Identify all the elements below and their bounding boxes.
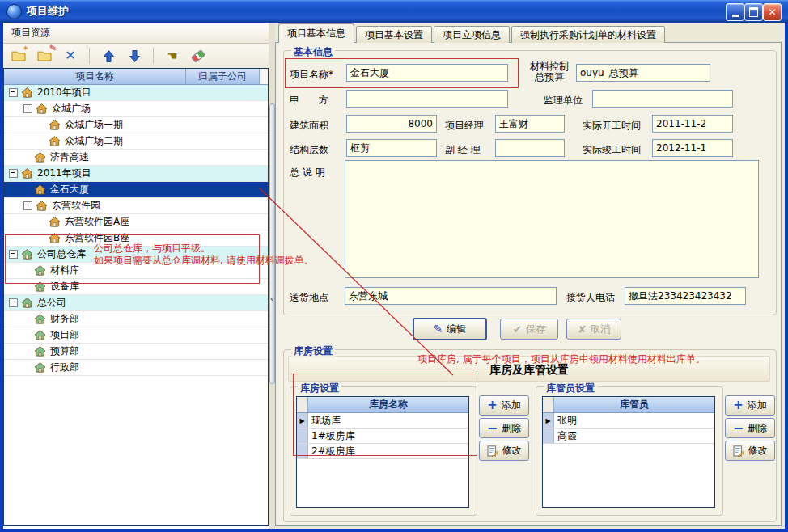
- project-name-input[interactable]: [346, 64, 508, 82]
- tree-item-dongying-park[interactable]: 东营软件园: [4, 198, 268, 214]
- column-header-project-name[interactable]: 项目名称: [4, 69, 186, 84]
- house-icon: [36, 103, 48, 114]
- maximize-button[interactable]: [744, 3, 763, 21]
- tree-item-budget-dept[interactable]: 预算部: [4, 344, 268, 360]
- manager-label: 项目经理: [445, 119, 484, 133]
- splitter-handle[interactable]: [269, 103, 275, 384]
- panel-splitter[interactable]: ‹: [269, 23, 275, 529]
- tree-item-admin-dept[interactable]: 行政部: [4, 360, 268, 376]
- row-pointer-icon: ▶: [543, 413, 554, 428]
- new-star-icon: ✶: [23, 44, 29, 53]
- house-icon: [49, 120, 61, 130]
- tree-item-zhongcheng-1[interactable]: 众城广场一期: [4, 117, 268, 133]
- edit-folder-button[interactable]: ✎: [36, 47, 53, 65]
- tree-item-dongying-a[interactable]: 东营软件园A座: [4, 214, 268, 230]
- tab-project-approval-info[interactable]: 项目立项信息: [434, 26, 510, 43]
- tree-item-jiqing[interactable]: 济青高速: [4, 150, 268, 166]
- house-icon: [34, 362, 46, 373]
- close-button[interactable]: ✕: [763, 3, 782, 21]
- table-row[interactable]: ▶ 张明: [543, 413, 714, 429]
- area-input[interactable]: [346, 115, 437, 133]
- delivery-input[interactable]: [345, 287, 557, 305]
- collapse-icon[interactable]: [9, 88, 18, 97]
- delete-button[interactable]: ✕: [61, 47, 79, 65]
- keeper-modify-button[interactable]: 修改: [725, 441, 775, 461]
- column-header-subcompany[interactable]: 归属子公司: [186, 69, 260, 84]
- tree-item-2011[interactable]: 2011年项目: [4, 166, 268, 182]
- row-selector-header: [297, 397, 308, 412]
- deputy-input[interactable]: [495, 139, 565, 157]
- basic-info-group-label: 基本信息: [291, 45, 335, 59]
- house-icon: [21, 168, 33, 179]
- delete-icon: ✕: [65, 49, 75, 62]
- edit-pen-icon: ✎: [49, 42, 57, 53]
- party-a-label: 甲 方: [290, 94, 328, 108]
- tree-item-project-dept[interactable]: 项目部: [4, 327, 268, 344]
- minimize-button[interactable]: [726, 3, 744, 21]
- new-folder-button[interactable]: ✶: [10, 47, 28, 65]
- warehouse-delete-button[interactable]: − 删除: [479, 418, 529, 438]
- table-row[interactable]: 1#板房库: [297, 429, 468, 444]
- keeper-add-button[interactable]: + 添加: [725, 395, 775, 416]
- end-date-input[interactable]: [652, 139, 733, 157]
- modify-icon: [487, 445, 498, 457]
- cancel-button[interactable]: ✘ 取消: [566, 319, 621, 340]
- tree-item-head-office[interactable]: 总公司: [4, 295, 268, 311]
- tree-item-2010[interactable]: 2010年项目: [4, 85, 268, 101]
- house-icon: [34, 152, 46, 163]
- edit-button[interactable]: ✎ 编辑: [413, 318, 487, 340]
- budget-label: 材料控制 总预算: [526, 61, 573, 82]
- warehouse-add-button[interactable]: + 添加: [479, 395, 529, 416]
- receiver-input[interactable]: [625, 287, 746, 305]
- tree-item-finance-dept[interactable]: 财务部: [4, 311, 268, 327]
- save-button[interactable]: ✔ 保存: [500, 319, 558, 340]
- house-icon: [34, 281, 46, 292]
- minimize-icon: [732, 15, 739, 17]
- table-row[interactable]: ▶ 现场库: [297, 413, 468, 429]
- party-a-input[interactable]: [346, 90, 508, 108]
- tree-item-zhongcheng-2[interactable]: 众城广场二期: [4, 133, 268, 150]
- tab-bar: 项目基本信息 项目基本设置 项目立项信息 强制执行采购计划单的材料设置: [278, 24, 667, 43]
- house-icon: [49, 217, 61, 227]
- toolbar-separator: [89, 48, 90, 64]
- tab-project-basic-settings[interactable]: 项目基本设置: [356, 26, 432, 43]
- warehouse-modify-button[interactable]: 修改: [479, 441, 529, 461]
- window-title: 项目维护: [27, 4, 69, 19]
- tree-item-zhongcheng[interactable]: 众城广场: [4, 101, 268, 117]
- receiver-label: 接货人电话: [566, 291, 615, 305]
- tree-header-row: 项目名称 归属子公司: [4, 69, 268, 85]
- budget-input[interactable]: [576, 64, 710, 82]
- splitter-collapse-icon[interactable]: ‹: [269, 294, 275, 303]
- summary-textarea[interactable]: [345, 160, 759, 278]
- eraser-button[interactable]: [189, 47, 207, 65]
- keeper-delete-button[interactable]: − 删除: [725, 418, 775, 438]
- collapse-icon[interactable]: [9, 250, 18, 259]
- collapse-icon[interactable]: [23, 201, 32, 210]
- tree-item-jinshi-selected[interactable]: 金石大厦: [4, 182, 268, 198]
- table-row[interactable]: 2#板房库: [297, 444, 468, 459]
- structure-label: 结构层数: [290, 143, 328, 157]
- collapse-icon[interactable]: [9, 169, 18, 178]
- warehouse-outer-group-label: 库房设置: [291, 344, 335, 358]
- tree-note-line2: 如果项目需要从总仓库调材料, 请使用材料调拨单。: [94, 254, 314, 268]
- title-bar: 项目维护: [0, 0, 788, 23]
- tab-project-basic-info[interactable]: 项目基本信息: [278, 23, 354, 43]
- left-panel-title: 项目资源: [11, 26, 50, 40]
- house-icon: [21, 249, 33, 260]
- move-up-button[interactable]: [100, 47, 117, 65]
- collapse-icon[interactable]: [23, 104, 32, 113]
- house-icon: [34, 184, 46, 195]
- table-row[interactable]: 高霞: [543, 429, 714, 444]
- structure-input[interactable]: [346, 139, 437, 157]
- tree-item-equipment-store[interactable]: 设备库: [4, 279, 268, 295]
- manager-input[interactable]: [495, 115, 565, 133]
- edit-pen-icon: ✎: [434, 323, 443, 335]
- warehouse-note: 项目库房, 属于每个项目，项目从库房中领用材料使用材料出库单。: [417, 353, 705, 366]
- tab-forced-purchase-plan-materials[interactable]: 强制执行采购计划单的材料设置: [511, 26, 665, 43]
- hand-button[interactable]: ☚: [163, 47, 181, 65]
- move-down-button[interactable]: [125, 47, 143, 65]
- collapse-icon[interactable]: [9, 298, 18, 307]
- start-date-input[interactable]: [652, 115, 733, 133]
- supervisor-input[interactable]: [592, 90, 733, 108]
- cancel-x-icon: ✘: [578, 324, 587, 335]
